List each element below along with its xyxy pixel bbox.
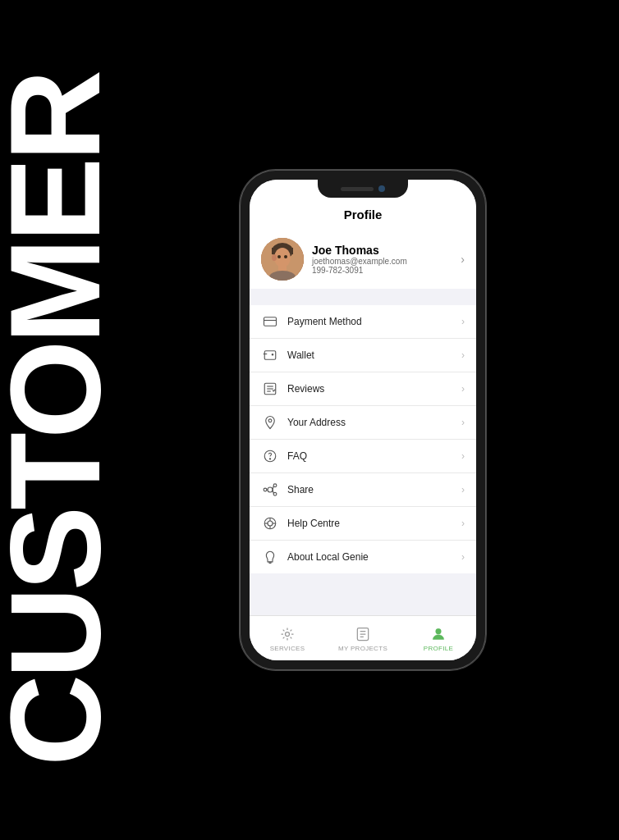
svg-line-23: [273, 486, 273, 490]
tab-profile[interactable]: PROFILE: [401, 625, 476, 652]
reviews-icon: [261, 380, 279, 398]
menu-item-your-address[interactable]: Your Address ›: [250, 406, 476, 440]
faq-chevron: ›: [461, 450, 465, 462]
menu-item-faq[interactable]: FAQ ›: [250, 440, 476, 473]
svg-line-24: [273, 490, 273, 493]
profile-tab-icon: [429, 625, 447, 643]
address-chevron: ›: [461, 417, 465, 428]
profile-info: Joe Thomas joethomas@example.com 199-782…: [312, 244, 452, 275]
background-text: CUSTOMER: [0, 74, 119, 766]
menu-item-payment-method[interactable]: Payment Method ›: [250, 305, 476, 339]
card-icon: [261, 313, 279, 331]
phone-frame: Profile: [240, 170, 486, 670]
svg-point-21: [273, 492, 277, 495]
svg-rect-5: [278, 266, 287, 271]
menu-list: Payment Method › Wallet ›: [250, 305, 476, 573]
phone-screen: Profile: [250, 180, 476, 660]
page-header: Profile: [250, 203, 476, 230]
svg-rect-9: [264, 317, 277, 326]
svg-point-15: [268, 419, 272, 422]
gray-area: [250, 573, 476, 615]
menu-item-reviews[interactable]: Reviews ›: [250, 372, 476, 406]
wallet-icon: [261, 346, 279, 364]
tab-services[interactable]: SERVICES: [250, 625, 325, 652]
menu-item-share[interactable]: Share ›: [250, 473, 476, 507]
share-label: Share: [287, 484, 453, 495]
profile-name: Joe Thomas: [312, 244, 452, 257]
svg-point-33: [286, 632, 290, 636]
svg-point-20: [273, 484, 277, 487]
wallet-label: Wallet: [287, 349, 453, 361]
avatar: [261, 238, 304, 281]
payment-method-label: Payment Method: [287, 316, 453, 327]
your-address-label: Your Address: [287, 417, 453, 428]
menu-item-help-centre[interactable]: Help Centre ›: [250, 507, 476, 541]
profile-chevron: ›: [461, 253, 465, 266]
speaker: [341, 187, 374, 191]
menu-item-wallet[interactable]: Wallet ›: [250, 339, 476, 372]
reviews-label: Reviews: [287, 383, 453, 395]
address-icon: [261, 413, 279, 431]
svg-point-8: [284, 255, 287, 258]
svg-point-18: [268, 487, 273, 492]
svg-point-4: [272, 254, 277, 261]
section-divider: [250, 289, 476, 305]
tab-my-projects[interactable]: MY PROJECTS: [325, 625, 401, 652]
share-icon: [261, 481, 279, 499]
profile-phone: 199-782-3091: [312, 266, 452, 275]
svg-point-17: [269, 459, 270, 459]
help-chevron: ›: [461, 518, 465, 529]
wallet-chevron: ›: [461, 349, 465, 361]
share-chevron: ›: [461, 484, 465, 495]
phone-notch: [318, 180, 408, 198]
svg-point-7: [277, 255, 281, 258]
about-local-genie-label: About Local Genie: [287, 551, 453, 563]
svg-point-26: [268, 521, 273, 526]
about-icon: [261, 548, 279, 566]
tab-bar: SERVICES MY PROJECTS: [250, 615, 476, 660]
camera: [378, 185, 385, 192]
page-title: Profile: [344, 208, 383, 221]
faq-label: FAQ: [287, 450, 453, 462]
faq-icon: [261, 447, 279, 465]
menu-item-about-local-genie[interactable]: About Local Genie ›: [250, 541, 476, 573]
profile-tab-label: PROFILE: [424, 645, 453, 652]
about-chevron: ›: [461, 551, 465, 563]
svg-point-38: [436, 628, 442, 634]
my-projects-tab-label: MY PROJECTS: [338, 645, 387, 652]
payment-method-chevron: ›: [461, 316, 465, 327]
help-centre-label: Help Centre: [287, 518, 453, 529]
services-tab-label: SERVICES: [270, 645, 305, 652]
profile-card[interactable]: Joe Thomas joethomas@example.com 199-782…: [250, 230, 476, 289]
profile-email: joethomas@example.com: [312, 257, 452, 266]
reviews-chevron: ›: [461, 383, 465, 395]
services-tab-icon: [278, 625, 296, 643]
my-projects-tab-icon: [354, 625, 372, 643]
svg-point-19: [264, 488, 267, 491]
help-icon: [261, 514, 279, 532]
